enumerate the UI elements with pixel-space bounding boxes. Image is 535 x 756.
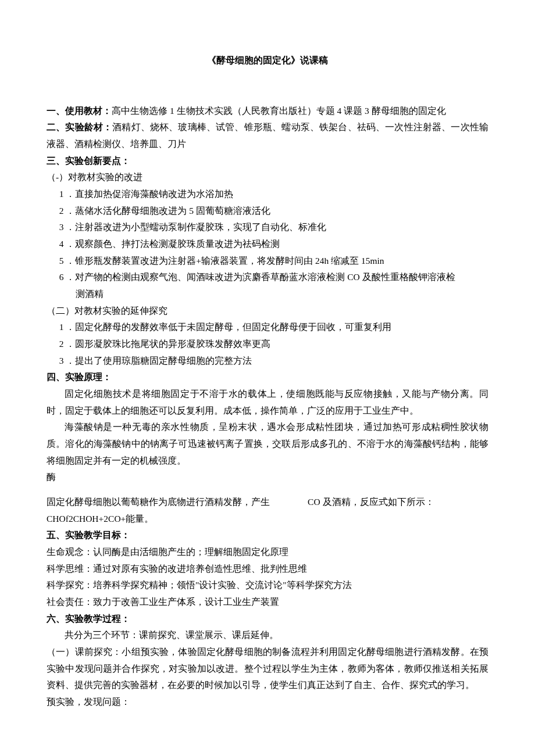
section-4-label: 四、实验原理： xyxy=(47,369,488,386)
section-4-eq: CHOf2CHOH+2CO+能量。 xyxy=(47,511,488,528)
section-4-p1: 固定化细胞技术是将细胞固定于不溶于水的载体上，使细胞既能与反应物接触，又能与产物… xyxy=(47,386,488,419)
s6-p1: 共分为三个环节：课前探究、课堂展示、课后延伸。 xyxy=(47,627,488,644)
section-5-label: 五、实验教学目标： xyxy=(47,527,488,544)
section-4-p2: 海藻酸钠是一种无毒的亲水性物质，呈粉末状，遇水会形成粘性团块，通过加热可形成粘稠… xyxy=(47,419,488,469)
section-3-sub2: （二）对教材实验的延伸探究 xyxy=(47,303,488,320)
s3-item2-3: 3 ．提出了使用琼脂糖固定酵母细胞的完整方法 xyxy=(47,353,488,370)
section-3-label: 三、实验创新要点： xyxy=(47,153,488,170)
s5-l4: 社会责任：致力于改善工业生产体系，设计工业生产装置 xyxy=(47,594,488,611)
s3-item2-2: 2 ．圆形凝胶珠比拖尾状的异形凝胶珠发酵效率更高 xyxy=(47,336,488,353)
s5-l3: 科学探究：培养科学探究精神；领悟"设计实验、交流讨论"等科学探究方法 xyxy=(47,577,488,594)
section-4-mei: 酶 xyxy=(47,469,488,486)
s3-item1-2: 2 ．蒸储水活化酵母细胞改进为 5 固葡萄糖溶液活化 xyxy=(47,203,488,220)
section-4-p3: 固定化酵母细胞以葡萄糖作为底物进行酒精发酵，产生CO 及酒精，反应式如下所示： xyxy=(47,494,488,511)
s5-l2: 科学思维：通过对原有实验的改进培养创造性思维、批判性思维 xyxy=(47,561,488,578)
s5-l1: 生命观念：认同酶是由活细胞产生的；理解细胞固定化原理 xyxy=(47,544,488,561)
s6-p3: 预实验，发现问题： xyxy=(47,694,488,711)
s3-item1-6a: 6 ．对产物的检测由观察气泡、闻酒味改进为滨麝香草酚蓝水溶液检测 CO 及酸性重… xyxy=(47,269,488,286)
s3-item1-1: 1 ．直接加热促溶海藻酸钠改进为水浴加热 xyxy=(47,186,488,203)
s6-p2: （一）课前探究：小组预实验，体验固定化酵母细胞的制备流程并利用固定化酵母细胞进行… xyxy=(47,644,488,694)
s3-item1-5: 5 ．锥形瓶发酵装置改进为注射器+输液器装置，将发酵时间由 24h 缩减至 15… xyxy=(47,253,488,270)
section-2-label: 二、实验龄材： xyxy=(47,122,112,132)
section-4-p3a: 固定化酵母细胞以葡萄糖作为底物进行酒精发酵，产生 xyxy=(47,497,270,507)
section-1: 一、使用教材：高中生物选修 1 生物技术实践（人民教育出版社）专题 4 课题 3… xyxy=(47,103,488,120)
section-2-text: 酒精灯、烧杯、玻璃棒、试管、锥形瓶、蠕动泵、铁架台、祛码、一次性注射器、一次性输… xyxy=(47,122,488,149)
blank-line xyxy=(47,486,488,494)
section-4-p3b: CO 及酒精，反应式如下所示： xyxy=(308,497,434,507)
s3-item1-4: 4 ．观察颜色、摔打法检测凝胶珠质量改进为祛码检测 xyxy=(47,236,488,253)
section-1-label: 一、使用教材： xyxy=(47,106,112,116)
doc-title: 《酵母细胞的固定化》说课稿 xyxy=(47,52,488,69)
s3-item2-1: 1 ．固定化酵母的发酵效率低于未固定酵母，但固定化酵母便于回收，可重复利用 xyxy=(47,319,488,336)
s3-item1-6b: 测酒精 xyxy=(47,286,488,303)
s3-item1-3: 3 ．注射器改进为小型蠕动泵制作凝胶珠，实现了自动化、标准化 xyxy=(47,219,488,236)
section-6-label: 六、实验教学过程： xyxy=(47,611,488,628)
section-3-sub1: （-）对教材实验的改进 xyxy=(47,169,488,186)
section-1-text: 高中生物选修 1 生物技术实践（人民教育出版社）专题 4 课题 3 酵母细胞的固… xyxy=(112,106,446,116)
section-2: 二、实验龄材：酒精灯、烧杯、玻璃棒、试管、锥形瓶、蠕动泵、铁架台、祛码、一次性注… xyxy=(47,119,488,152)
